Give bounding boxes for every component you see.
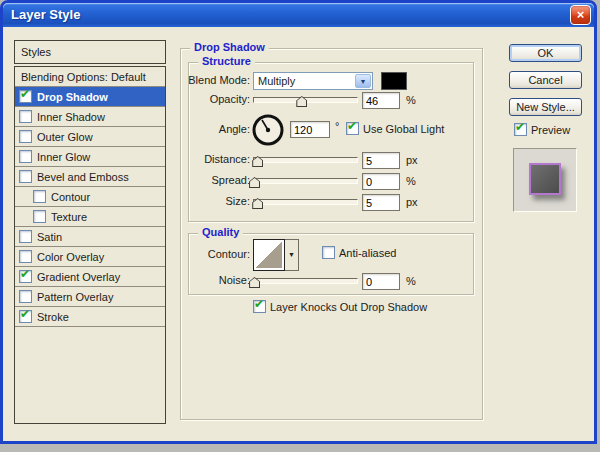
sidebar-item-stroke[interactable]: ✔ Stroke	[15, 307, 165, 327]
title-bar[interactable]: Layer Style ×	[3, 3, 594, 27]
drop-shadow-checkbox[interactable]: ✔	[19, 90, 32, 103]
pattern-overlay-checkbox[interactable]	[19, 290, 32, 303]
preview-checkbox[interactable]: ✔	[514, 123, 527, 136]
stroke-checkbox[interactable]: ✔	[19, 310, 32, 323]
opacity-unit: %	[406, 94, 416, 106]
screen: Layer Style × Styles Blending Options: D…	[0, 0, 600, 452]
check-icon: ✔	[20, 267, 30, 281]
noise-slider[interactable]	[253, 273, 358, 289]
bevel-emboss-checkbox[interactable]	[19, 170, 32, 183]
slider-track	[253, 157, 358, 163]
distance-slider[interactable]	[253, 152, 358, 168]
opacity-slider[interactable]	[253, 92, 358, 108]
outer-glow-checkbox[interactable]	[19, 130, 32, 143]
drop-shadow-group-title: Drop Shadow	[190, 41, 269, 53]
use-global-light-label: Use Global Light	[363, 123, 444, 135]
style-preview-thumbnail	[513, 148, 577, 212]
use-global-light-checkbox[interactable]: ✔	[346, 122, 359, 135]
ok-button[interactable]: OK	[509, 44, 582, 62]
color-overlay-checkbox[interactable]	[19, 250, 32, 263]
angle-label: Angle:	[130, 123, 250, 135]
size-label: Size:	[130, 195, 250, 207]
preview-label: Preview	[531, 124, 570, 136]
spread-label: Spread:	[130, 174, 250, 186]
spread-input[interactable]	[362, 173, 400, 190]
spread-slider[interactable]	[253, 173, 358, 189]
window-title: Layer Style	[11, 7, 80, 22]
distance-input[interactable]	[362, 152, 400, 169]
new-style-button[interactable]: New Style...	[509, 98, 582, 116]
blend-mode-select[interactable]: Multiply ▼	[253, 72, 373, 90]
sidebar-item-texture[interactable]: Texture	[15, 207, 165, 227]
angle-unit: °	[335, 120, 339, 132]
spread-unit: %	[406, 175, 416, 187]
structure-group-title: Structure	[198, 55, 255, 67]
slider-track	[253, 278, 358, 284]
close-icon: ×	[577, 7, 585, 22]
inner-glow-checkbox[interactable]	[19, 150, 32, 163]
contour-dropdown-button[interactable]: ▼	[285, 239, 299, 271]
styles-list: Blending Options: Default ✔ Drop Shadow …	[14, 66, 166, 424]
check-icon: ✔	[20, 87, 30, 101]
styles-header[interactable]: Styles	[14, 40, 166, 64]
opacity-label: Opacity:	[130, 93, 250, 105]
angle-dial[interactable]	[251, 113, 285, 147]
check-icon: ✔	[515, 120, 525, 134]
layer-knocks-out-label: Layer Knocks Out Drop Shadow	[270, 301, 427, 313]
distance-label: Distance:	[130, 153, 250, 165]
opacity-input[interactable]	[362, 92, 400, 109]
noise-unit: %	[406, 275, 416, 287]
blend-mode-value: Multiply	[258, 75, 295, 87]
sidebar-item-pattern-overlay[interactable]: Pattern Overlay	[15, 287, 165, 307]
size-slider[interactable]	[253, 194, 358, 210]
blend-mode-label: Blend Mode:	[130, 74, 250, 86]
sidebar-item-satin[interactable]: Satin	[15, 227, 165, 247]
noise-label: Noise:	[130, 274, 250, 286]
satin-checkbox[interactable]	[19, 230, 32, 243]
contour-checkbox[interactable]	[33, 190, 46, 203]
check-icon: ✔	[347, 119, 357, 133]
chevron-down-icon: ▼	[288, 251, 295, 258]
gradient-overlay-checkbox[interactable]: ✔	[19, 270, 32, 283]
layer-knocks-out-checkbox[interactable]: ✔	[253, 300, 266, 313]
contour-label: Contour:	[130, 248, 250, 260]
anti-aliased-label: Anti-aliased	[339, 247, 396, 259]
size-input[interactable]	[362, 194, 400, 211]
layer-style-dialog: Layer Style × Styles Blending Options: D…	[0, 0, 597, 444]
inner-shadow-checkbox[interactable]	[19, 110, 32, 123]
noise-input[interactable]	[362, 273, 400, 290]
chevron-down-icon: ▼	[355, 74, 371, 88]
check-icon: ✔	[254, 297, 264, 311]
quality-group-title: Quality	[198, 226, 243, 238]
slider-track	[253, 199, 358, 205]
texture-checkbox[interactable]	[33, 210, 46, 223]
angle-input[interactable]	[290, 121, 330, 138]
anti-aliased-checkbox[interactable]	[322, 246, 335, 259]
dialog-body: Styles Blending Options: Default ✔ Drop …	[3, 27, 594, 441]
check-icon: ✔	[20, 307, 30, 321]
size-unit: px	[406, 196, 418, 208]
cancel-button[interactable]: Cancel	[509, 71, 582, 89]
contour-thumbnail[interactable]	[253, 239, 285, 271]
slider-track	[253, 178, 358, 184]
close-button[interactable]: ×	[570, 5, 591, 25]
distance-unit: px	[406, 154, 418, 166]
shadow-color-swatch[interactable]	[381, 72, 407, 90]
style-preview-square	[529, 163, 561, 195]
